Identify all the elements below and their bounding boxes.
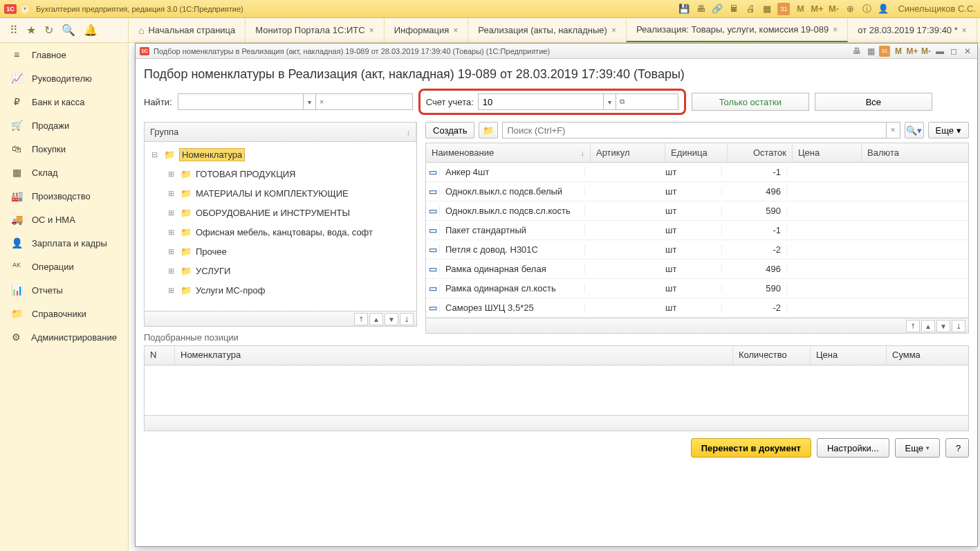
calendar31-icon[interactable]: 31 bbox=[777, 3, 790, 15]
folder-button[interactable]: 📁 bbox=[479, 122, 498, 138]
table-row[interactable]: ▭Саморез ШУЦ 3,5*25шт-2 bbox=[426, 298, 968, 318]
group-header[interactable]: Группа ↓ bbox=[145, 123, 416, 141]
tree-item[interactable]: ⊞📁ОБОРУДОВАНИЕ и ИНСТРУМЕНТЫ bbox=[145, 203, 416, 222]
all-button[interactable]: Все bbox=[815, 93, 932, 111]
expand-icon[interactable]: ⊞ bbox=[168, 228, 176, 237]
mminus-icon[interactable]: M- bbox=[827, 3, 840, 15]
modal-m-icon[interactable]: M bbox=[893, 46, 904, 57]
modal-maximize-icon[interactable]: ◻ bbox=[948, 46, 959, 57]
sidebar-item[interactable]: 🏭Производство bbox=[0, 184, 128, 208]
tree-item[interactable]: ⊞📁Прочее bbox=[145, 242, 416, 261]
sidebar-item[interactable]: ▦Склад bbox=[0, 161, 128, 184]
expand-icon[interactable]: ⊟ bbox=[151, 150, 160, 159]
magnify-button[interactable]: 🔍▾ bbox=[905, 122, 924, 138]
expand-icon[interactable]: ⊞ bbox=[168, 208, 176, 217]
grid-more-button[interactable]: Еще▾ bbox=[928, 122, 969, 138]
account-input[interactable] bbox=[479, 94, 603, 109]
bottom-more-button[interactable]: Еще ▾ bbox=[895, 438, 940, 458]
only-remains-button[interactable]: Только остатки bbox=[692, 93, 809, 111]
print2-icon[interactable]: 🖨 bbox=[744, 3, 757, 15]
sidebar-item[interactable]: ᴬᴷОперации bbox=[0, 255, 128, 278]
col-name[interactable]: Наименование↓ bbox=[426, 143, 591, 162]
expand-icon[interactable]: ⊞ bbox=[168, 267, 176, 276]
col-currency[interactable]: Валюта bbox=[862, 143, 968, 162]
find-clear-icon[interactable]: × bbox=[315, 94, 328, 109]
expand-icon[interactable]: ⊞ bbox=[168, 286, 176, 295]
find-dropdown-icon[interactable]: ▾ bbox=[303, 94, 315, 109]
search-icon[interactable]: 🔍 bbox=[62, 24, 75, 37]
picked-col-n[interactable]: N bbox=[145, 346, 175, 365]
info-icon[interactable]: ⓘ bbox=[860, 3, 873, 15]
tab[interactable]: Реализация (акты, накладные)× bbox=[468, 18, 627, 42]
tab[interactable]: Монитор Портала 1С:ИТС× bbox=[246, 18, 384, 42]
bell-icon[interactable]: 🔔 bbox=[84, 24, 98, 37]
col-article[interactable]: Артикул bbox=[591, 143, 665, 162]
transfer-button[interactable]: Перенести в документ bbox=[691, 438, 811, 458]
sidebar-item[interactable]: 👤Зарплата и кадры bbox=[0, 231, 128, 255]
table-row[interactable]: ▭Однокл.выкл.с подсв.белыйшт496 bbox=[426, 182, 968, 201]
table-row[interactable]: ▭Рамка одинарная белаяшт496 bbox=[426, 260, 968, 279]
sidebar-item[interactable]: 🚚ОС и НМА bbox=[0, 208, 128, 231]
nav-top-icon[interactable]: ⤒ bbox=[354, 313, 368, 325]
help-button[interactable]: ? bbox=[945, 438, 969, 458]
expand-icon[interactable]: ⊞ bbox=[168, 170, 176, 179]
close-icon[interactable]: × bbox=[369, 26, 374, 35]
find-input[interactable] bbox=[178, 94, 303, 109]
save-icon[interactable]: 💾 bbox=[678, 3, 690, 15]
zoom-icon[interactable]: ⊕ bbox=[844, 3, 856, 15]
nav-down-icon[interactable]: ▼ bbox=[385, 313, 398, 325]
tree-item[interactable]: ⊞📁МАТЕРИАЛЫ И КОМПЛЕКТУЮЩИЕ bbox=[145, 183, 416, 203]
tab[interactable]: ⌂Начальная страница bbox=[129, 18, 246, 42]
table-row[interactable]: ▭Рамка одинарная сл.костьшт590 bbox=[426, 279, 968, 298]
sidebar-item[interactable]: 📈Руководителю bbox=[0, 66, 128, 90]
account-dropdown-icon[interactable]: ▾ bbox=[603, 94, 616, 109]
calc-icon[interactable]: 🖩 bbox=[728, 3, 740, 15]
titlebar-dropdown-icon[interactable]: ▾ bbox=[19, 3, 30, 15]
print-icon[interactable]: 🖶 bbox=[694, 3, 707, 15]
modal-cal31-icon[interactable]: 31 bbox=[879, 46, 890, 57]
tree-item[interactable]: ⊞📁Услуги МС-проф bbox=[145, 280, 416, 300]
star-icon[interactable]: ★ bbox=[26, 24, 36, 37]
table-row[interactable]: ▭Петля с довод. H301Cшт-2 bbox=[426, 240, 968, 260]
sidebar-item[interactable]: ≡Главное bbox=[0, 43, 128, 66]
apps-icon[interactable]: ⠿ bbox=[10, 24, 18, 37]
sidebar-item[interactable]: 📁Справочники bbox=[0, 302, 128, 325]
modal-cal-icon[interactable]: ▦ bbox=[865, 46, 876, 57]
sidebar-item[interactable]: ₽Банк и касса bbox=[0, 90, 128, 114]
modal-minimize-icon[interactable]: ▬ bbox=[934, 46, 945, 57]
tree-item[interactable]: ⊞📁УСЛУГИ bbox=[145, 261, 416, 280]
modal-print-icon[interactable]: 🖶 bbox=[851, 46, 862, 57]
tab[interactable]: Информация× bbox=[385, 18, 469, 42]
tree-item[interactable]: ⊞📁Офисная мебель, канцтовары, вода, софт bbox=[145, 222, 416, 242]
col-price[interactable]: Цена bbox=[793, 143, 862, 162]
modal-mplus-icon[interactable]: M+ bbox=[907, 46, 918, 57]
table-row[interactable]: ▭Однокл.выкл.с подсв.сл.костьшт590 bbox=[426, 201, 968, 221]
close-icon[interactable]: × bbox=[962, 26, 967, 35]
expand-icon[interactable]: ⊞ bbox=[168, 189, 176, 198]
calendar-icon[interactable]: ▦ bbox=[761, 3, 773, 15]
grid-search-clear-icon[interactable]: × bbox=[886, 123, 900, 138]
link-icon[interactable]: 🔗 bbox=[711, 3, 723, 15]
grid-search-input[interactable] bbox=[503, 123, 885, 138]
tab[interactable]: от 28.03.2019 17:39:40 *× bbox=[848, 18, 977, 42]
modal-close-icon[interactable]: ✕ bbox=[962, 46, 973, 57]
nav-up-icon[interactable]: ▲ bbox=[369, 313, 383, 325]
col-unit[interactable]: Единица bbox=[665, 143, 728, 162]
mplus-icon[interactable]: M+ bbox=[811, 3, 823, 15]
table-row[interactable]: ▭Пакет стандартныйшт-1 bbox=[426, 221, 968, 240]
modal-mminus-icon[interactable]: M- bbox=[921, 46, 932, 57]
account-open-icon[interactable]: ⧉ bbox=[616, 94, 628, 109]
tree-item[interactable]: ⊞📁ГОТОВАЯ ПРОДУКЦИЯ bbox=[145, 164, 416, 183]
sidebar-item[interactable]: ⚙Администрирование bbox=[0, 325, 128, 349]
nav-bottom-icon[interactable]: ⤓ bbox=[400, 313, 414, 325]
settings-button[interactable]: Настройки... bbox=[817, 438, 889, 458]
close-icon[interactable]: × bbox=[611, 26, 616, 35]
picked-col-nom[interactable]: Номенклатура bbox=[175, 346, 733, 365]
sidebar-item[interactable]: 📊Отчеты bbox=[0, 278, 128, 302]
col-rest[interactable]: Остаток bbox=[728, 143, 793, 162]
create-button[interactable]: Создать bbox=[425, 122, 474, 138]
close-icon[interactable]: × bbox=[453, 26, 458, 35]
tab[interactable]: Реализация: Товары, услуги, комиссия 19-… bbox=[627, 18, 848, 42]
sidebar-item[interactable]: 🛒Продажи bbox=[0, 114, 128, 137]
picked-col-qty[interactable]: Количество bbox=[733, 346, 811, 365]
